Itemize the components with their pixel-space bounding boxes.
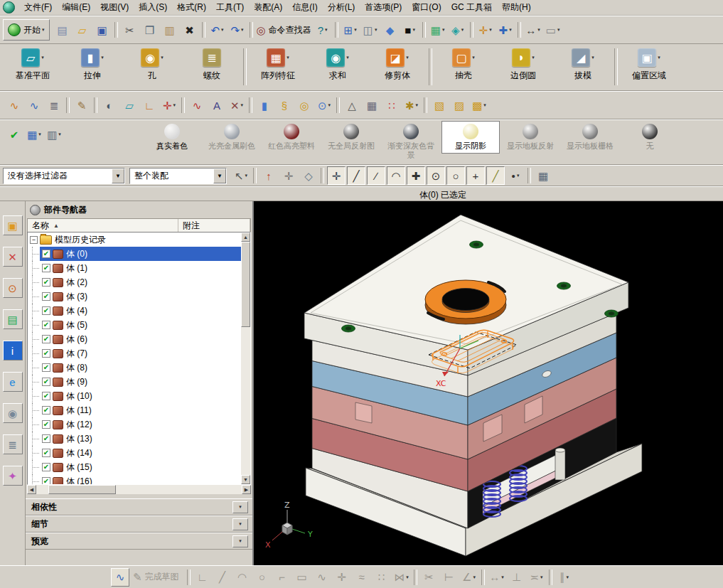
tree-item[interactable]: ✔体 (8)	[28, 360, 241, 375]
line-icon[interactable]: ╱	[213, 568, 232, 587]
chevron-down-icon[interactable]: ▾	[101, 55, 104, 60]
sketch-in-task-icon[interactable]: ∿	[25, 96, 43, 114]
show-constraints-icon[interactable]: ∥▾	[555, 568, 574, 587]
chevron-down-icon[interactable]: ▾	[473, 574, 476, 580]
geometric-constraint-icon[interactable]: ⊥	[508, 568, 526, 587]
column-header-name[interactable]: 名称 ▲	[28, 219, 178, 232]
undo-icon[interactable]: ↶▾	[208, 21, 227, 39]
chevron-down-icon[interactable]: ▾	[509, 27, 512, 33]
tree-item[interactable]: ✔体 (5)	[28, 318, 241, 332]
chevron-down-icon[interactable]: ▾	[658, 55, 660, 60]
tree-item[interactable]: ✔体 (12)	[28, 417, 241, 432]
circle-icon[interactable]: ○	[253, 568, 272, 587]
collapse-icon[interactable]: −	[30, 236, 38, 244]
tree-item[interactable]: ✔体 (4)	[28, 304, 241, 318]
chevron-down-icon[interactable]: ▾	[354, 27, 357, 33]
chevron-down-icon[interactable]: ▾	[41, 55, 44, 60]
chevron-down-icon[interactable]: ▾	[567, 574, 569, 580]
constraint-navigator-icon[interactable]: ✕	[3, 247, 23, 267]
select-top-assembly-icon[interactable]: ↑	[259, 166, 278, 185]
chevron-down-icon[interactable]: ▼	[232, 501, 248, 513]
tree-item[interactable]: ✔体 (7)	[28, 346, 241, 360]
existing-point-icon[interactable]: +	[466, 166, 485, 185]
profile-icon[interactable]: ∟	[193, 568, 212, 587]
start-button[interactable]: 开始 ▾	[3, 19, 50, 41]
feature-group-icon[interactable]: ▧	[430, 96, 449, 114]
role-table-icon[interactable]: ▦▾	[25, 125, 43, 144]
scroll-down-icon[interactable]: ▼	[241, 475, 250, 484]
offset-region-button[interactable]: ▣▾偏置区域	[619, 46, 679, 82]
menu-item-7[interactable]: 信息(I)	[287, 0, 322, 14]
studio-spline-icon[interactable]: ∿	[313, 568, 331, 587]
paste-icon[interactable]: ▥	[161, 21, 179, 39]
graphics-window[interactable]: XC Z X Y	[254, 201, 723, 565]
chevron-down-icon[interactable]: ▾	[286, 55, 289, 60]
chevron-down-icon[interactable]: ▾	[221, 27, 224, 33]
menu-item-10[interactable]: 窗口(O)	[407, 0, 446, 14]
quick-extend-icon[interactable]: ⊢	[440, 568, 459, 587]
chevron-down-icon[interactable]: ▾	[241, 27, 244, 33]
chevron-down-icon[interactable]: ▾	[42, 27, 45, 33]
extrude-button[interactable]: ▮▾拉伸	[63, 46, 122, 82]
feature-group3-icon[interactable]: ▩▾	[470, 96, 488, 114]
chevron-down-icon[interactable]: ▾	[517, 173, 520, 178]
reuse-library-icon[interactable]: ▤	[3, 309, 23, 329]
menu-item-2[interactable]: 视图(V)	[95, 0, 134, 14]
shell-button[interactable]: ▢▾抽壳	[434, 46, 493, 82]
checkbox[interactable]: ✔	[42, 406, 50, 415]
text-curve-icon[interactable]: A	[208, 96, 226, 114]
spline-icon[interactable]: ∿	[188, 96, 206, 114]
sketch-icon[interactable]: ∿	[5, 96, 23, 114]
trim-body-button[interactable]: ◪▾修剪体	[368, 46, 427, 82]
tree-item[interactable]: ✔体 (0)	[28, 247, 241, 261]
tree-root-row[interactable]: −模型历史记录	[28, 232, 241, 247]
tree-item[interactable]: ✔体 (16)	[28, 474, 241, 485]
pattern-face-icon[interactable]: ∷	[382, 96, 401, 114]
menu-item-1[interactable]: 编辑(E)	[57, 0, 95, 14]
chevron-down-icon[interactable]: ▾	[483, 102, 486, 108]
chevron-down-icon[interactable]: ▾	[540, 574, 543, 580]
copy-icon[interactable]: ❐	[141, 21, 159, 39]
fillet-icon[interactable]: ⌐	[273, 568, 291, 587]
system-materials-icon[interactable]: ≣	[3, 434, 23, 454]
move-component-icon[interactable]: ✛▾	[476, 21, 495, 39]
tree-item-hit-zone[interactable]: ✔体 (11)	[40, 403, 241, 417]
chevron-down-icon[interactable]: ▾	[406, 55, 409, 60]
tree-item-hit-zone[interactable]: ✔体 (3)	[40, 289, 241, 304]
chevron-down-icon[interactable]: ▾	[472, 55, 475, 60]
checkbox[interactable]: ✔	[42, 264, 50, 272]
background-color-icon[interactable]: ■▾	[401, 21, 419, 39]
selection-filter-combo[interactable]: 没有选择过滤器 ▼	[3, 168, 125, 184]
quadrant-point-icon[interactable]: ○	[446, 166, 465, 185]
scroll-up-icon[interactable]: ▲	[241, 232, 250, 242]
layer-settings-icon[interactable]: ≣	[45, 96, 63, 114]
point-sketch-icon[interactable]: ✛	[333, 568, 351, 587]
make-symmetric-icon[interactable]: ≍▾	[527, 568, 546, 587]
chevron-down-icon[interactable]: ▾	[58, 132, 61, 137]
chevron-down-icon[interactable]: ▾	[591, 55, 594, 60]
tree-item-hit-zone[interactable]: ✔体 (1)	[40, 261, 241, 275]
tree-item-hit-zone[interactable]: ✔体 (8)	[40, 360, 241, 375]
section-2[interactable]: 预览▼	[26, 533, 252, 550]
tree-item[interactable]: ✔体 (2)	[28, 275, 241, 289]
feature-group2-icon[interactable]: ▨	[450, 96, 468, 114]
datum-plane-mini-icon[interactable]: ▱	[120, 96, 139, 114]
chevron-down-icon[interactable]: ▾	[489, 27, 492, 33]
hd3d-tools-icon[interactable]: i	[3, 341, 23, 360]
grid-snap-icon[interactable]: ▦	[534, 166, 552, 185]
menu-item-6[interactable]: 装配(A)	[249, 0, 287, 14]
checkbox[interactable]: ✔	[42, 292, 50, 301]
tree-item-hit-zone[interactable]: ✔体 (2)	[40, 275, 241, 289]
checkbox[interactable]: ✔	[42, 463, 50, 471]
tree-item[interactable]: ✔体 (10)	[28, 389, 241, 403]
menu-item-0[interactable]: 文件(F)	[19, 0, 57, 14]
section-1[interactable]: 细节▼	[26, 515, 252, 533]
intersection-point-icon[interactable]: ✚	[407, 166, 425, 185]
chevron-down-icon[interactable]: ▾	[442, 27, 445, 33]
arc-center-icon[interactable]: ⊙	[427, 166, 445, 185]
combo-arrow-icon[interactable]: ▼	[112, 169, 124, 183]
chevron-down-icon[interactable]: ▾	[328, 102, 331, 108]
checkbox[interactable]: ✔	[42, 420, 50, 429]
checkbox[interactable]: ✔	[42, 392, 50, 400]
mirror-curve-icon[interactable]: ⋈▾	[392, 568, 411, 587]
